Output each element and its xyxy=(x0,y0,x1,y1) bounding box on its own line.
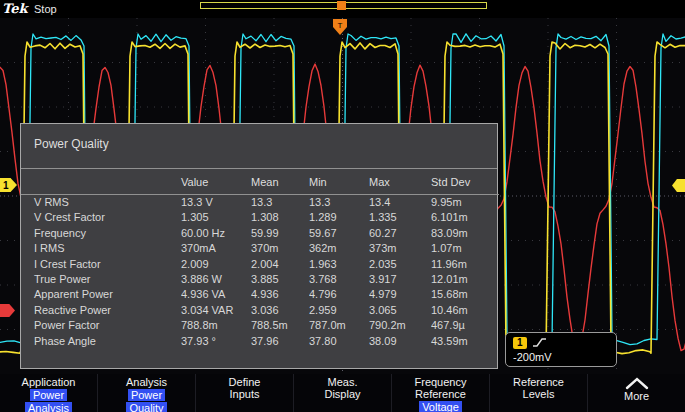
panel-title: Power Quality xyxy=(21,124,497,169)
tek-logo: Tek xyxy=(2,1,27,16)
horizontal-position-indicator xyxy=(200,2,487,9)
softkey-meas-display[interactable]: Meas.Display xyxy=(293,374,391,412)
measurement-min: 3.768 xyxy=(309,272,369,287)
measurement-label: Power Factor xyxy=(21,318,181,333)
softkey-label: Define xyxy=(196,376,293,388)
trigger-source-badge: 1 xyxy=(513,337,527,349)
softkey-selection: Power xyxy=(30,389,67,401)
measurement-std: 467.9µ xyxy=(431,318,499,333)
measurement-max: 3.917 xyxy=(369,272,431,287)
softkey-label: More xyxy=(588,390,685,402)
measurement-row: Apparent Power4.936 VA4.9364.7964.97915.… xyxy=(21,287,499,302)
column-header: Mean xyxy=(251,169,309,195)
column-header: Max xyxy=(369,169,431,195)
measurement-value: 37.93 ° xyxy=(181,334,251,349)
measurement-label: Reactive Power xyxy=(21,303,181,318)
status-bar: Tek Stop xyxy=(0,0,685,18)
measurement-max: 373m xyxy=(369,241,431,256)
softkey-define-inputs[interactable]: DefineInputs xyxy=(195,374,293,412)
measurement-max: 2.035 xyxy=(369,257,431,272)
measurement-value: 788.8m xyxy=(181,318,251,333)
softkey-selection: Power xyxy=(128,389,165,401)
rising-slope-icon xyxy=(532,337,547,348)
measurement-mean: 1.308 xyxy=(251,210,309,225)
softkey-menu-bar: ApplicationPowerAnalysisAnalysisPowerQua… xyxy=(0,374,685,412)
measurement-mean: 3.036 xyxy=(251,303,309,318)
measurement-max: 4.979 xyxy=(369,287,431,302)
softkey-label: Analysis xyxy=(98,376,195,388)
measurement-std: 6.101m xyxy=(431,210,499,225)
measurement-std: 1.07m xyxy=(431,241,499,256)
trigger-readout: 1 -200mV xyxy=(505,332,617,367)
measurement-row: Phase Angle37.93 °37.9637.8038.0943.59m xyxy=(21,334,499,349)
measurement-max: 790.2m xyxy=(369,318,431,333)
softkey-analysis[interactable]: AnalysisPowerQuality xyxy=(97,374,195,412)
measurement-row: I Crest Factor2.0092.0041.9632.03511.96m xyxy=(21,257,499,272)
power-quality-panel: Power Quality ValueMeanMinMaxStd Dev V R… xyxy=(20,123,498,369)
measurement-min: 37.80 xyxy=(309,334,369,349)
softkey-label: Reference xyxy=(490,376,587,388)
measurement-label: True Power xyxy=(21,272,181,287)
measurement-mean: 788.5m xyxy=(251,318,309,333)
measurement-std: 11.96m xyxy=(431,257,499,272)
measurement-std: 9.95m xyxy=(431,195,499,211)
measurement-mean: 3.885 xyxy=(251,272,309,287)
measurement-mean: 4.936 xyxy=(251,287,309,302)
measurement-value: 3.886 W xyxy=(181,272,251,287)
measurement-row: Frequency60.00 Hz59.9959.6760.2783.09m xyxy=(21,226,499,241)
softkey-more[interactable]: More xyxy=(587,374,685,412)
measurement-min: 13.3 xyxy=(309,195,369,211)
softkey-label: Meas. xyxy=(294,376,391,388)
measurement-row: Reactive Power3.034 VAR3.0362.9593.06510… xyxy=(21,303,499,318)
measurement-label: I Crest Factor xyxy=(21,257,181,272)
oscilloscope-screen: Tek Stop T 1 Power Quality ValueMeanMinM… xyxy=(0,0,685,412)
measurement-label: V RMS xyxy=(21,195,181,211)
measurement-header-row: ValueMeanMinMaxStd Dev xyxy=(21,169,499,195)
measurement-label: I RMS xyxy=(21,241,181,256)
measurement-min: 787.0m xyxy=(309,318,369,333)
trigger-position-tick xyxy=(337,1,346,10)
trigger-level-readout: -200mV xyxy=(513,350,609,364)
softkey-label: Frequency xyxy=(392,376,489,388)
softkey-selection: Quality xyxy=(126,402,166,412)
measurement-std: 83.09m xyxy=(431,226,499,241)
measurement-label: Apparent Power xyxy=(21,287,181,302)
measurement-mean: 37.96 xyxy=(251,334,309,349)
measurement-min: 1.963 xyxy=(309,257,369,272)
measurement-max: 13.4 xyxy=(369,195,431,211)
measurement-mean: 2.004 xyxy=(251,257,309,272)
acquisition-status: Stop xyxy=(34,3,57,15)
measurement-name-column-header xyxy=(21,169,181,195)
measurement-min: 59.67 xyxy=(309,226,369,241)
measurement-row: True Power3.886 W3.8853.7683.91712.01m xyxy=(21,272,499,287)
measurement-rows: V RMS13.3 V13.313.313.49.95mV Crest Fact… xyxy=(21,195,499,350)
softkey-reference-levels[interactable]: ReferenceLevels xyxy=(489,374,587,412)
measurement-min: 2.959 xyxy=(309,303,369,318)
measurement-mean: 370m xyxy=(251,241,309,256)
column-header: Min xyxy=(309,169,369,195)
softkey-application[interactable]: ApplicationPowerAnalysis xyxy=(0,374,97,412)
waveform-display: T 1 Power Quality ValueMeanMinMaxStd Dev… xyxy=(0,18,685,374)
measurement-mean: 59.99 xyxy=(251,226,309,241)
column-header: Value xyxy=(181,169,251,195)
measurement-max: 60.27 xyxy=(369,226,431,241)
measurement-value: 3.034 VAR xyxy=(181,303,251,318)
measurement-row: V Crest Factor1.3051.3081.2891.3356.101m xyxy=(21,210,499,225)
trigger-source-line: 1 xyxy=(513,335,609,350)
column-header: Std Dev xyxy=(431,169,499,195)
softkey-frequency-reference[interactable]: FrequencyReferenceVoltage xyxy=(391,374,489,412)
measurement-min: 1.289 xyxy=(309,210,369,225)
measurement-row: I RMS370mA370m362m373m1.07m xyxy=(21,241,499,256)
measurement-table: ValueMeanMinMaxStd Dev V RMS13.3 V13.313… xyxy=(21,169,499,349)
measurement-label: Frequency xyxy=(21,226,181,241)
softkey-label: Inputs xyxy=(196,388,293,400)
measurement-min: 362m xyxy=(309,241,369,256)
measurement-max: 3.065 xyxy=(369,303,431,318)
softkey-label: Reference xyxy=(392,388,489,400)
measurement-min: 4.796 xyxy=(309,287,369,302)
softkey-label: Levels xyxy=(490,388,587,400)
channel1-marker-label: 1 xyxy=(3,180,9,191)
measurement-std: 10.46m xyxy=(431,303,499,318)
measurement-std: 12.01m xyxy=(431,272,499,287)
softkey-label: Application xyxy=(0,376,97,388)
